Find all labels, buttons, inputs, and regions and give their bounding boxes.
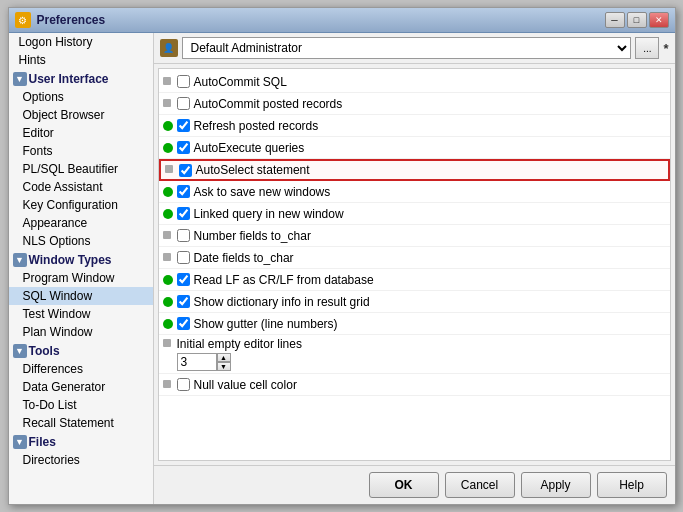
setting-label: Null value cell color: [194, 378, 666, 392]
setting-label: AutoCommit posted records: [194, 97, 666, 111]
sidebar-item-plsql-beautifier[interactable]: PL/SQL Beautifier: [9, 160, 153, 178]
checkbox-show-gutter[interactable]: [177, 317, 190, 330]
spin-up-button[interactable]: ▲: [217, 353, 231, 362]
checkbox-autoselect[interactable]: [179, 164, 192, 177]
setting-row-linked-query: Linked query in new window: [159, 203, 670, 225]
sidebar-item-logon-history[interactable]: Logon History: [9, 33, 153, 51]
indicator-icon: [163, 380, 173, 390]
sidebar-item-differences[interactable]: Differences: [9, 360, 153, 378]
title-bar: ⚙ Preferences ─ □ ✕: [9, 8, 675, 33]
close-button[interactable]: ✕: [649, 12, 669, 28]
indicator-icon: [163, 231, 173, 241]
sidebar-group-tools[interactable]: ▼ Tools: [9, 341, 153, 360]
sidebar-group-user-interface[interactable]: ▼ User Interface: [9, 69, 153, 88]
indicator-icon: [163, 297, 173, 307]
indicator-icon: [163, 253, 173, 263]
indicator-icon: [163, 209, 173, 219]
setting-row-initial-empty: Initial empty editor lines ▲ ▼: [159, 335, 670, 374]
setting-label: AutoExecute queries: [194, 141, 666, 155]
sidebar-item-hints[interactable]: Hints: [9, 51, 153, 69]
sidebar-item-test-window[interactable]: Test Window: [9, 305, 153, 323]
sidebar-group-window-types[interactable]: ▼ Window Types: [9, 250, 153, 269]
setting-row-null-value: Null value cell color: [159, 374, 670, 396]
checkbox-refresh-posted[interactable]: [177, 119, 190, 132]
sidebar-item-fonts[interactable]: Fonts: [9, 142, 153, 160]
indicator-icon: [163, 339, 173, 349]
window-icon: ⚙: [15, 12, 31, 28]
sidebar-item-object-browser[interactable]: Object Browser: [9, 106, 153, 124]
setting-row-autocommit-sql: AutoCommit SQL: [159, 71, 670, 93]
indicator-icon: [163, 319, 173, 329]
window-controls: ─ □ ✕: [605, 12, 669, 28]
checkbox-number-fields[interactable]: [177, 229, 190, 242]
profile-icon: 👤: [160, 39, 178, 57]
apply-button[interactable]: Apply: [521, 472, 591, 498]
expand-icon: ▼: [13, 253, 27, 267]
setting-row-read-lf: Read LF as CR/LF from database: [159, 269, 670, 291]
setting-row-ask-save: Ask to save new windows: [159, 181, 670, 203]
sidebar-item-recall-statement[interactable]: Recall Statement: [9, 414, 153, 432]
setting-label: Ask to save new windows: [194, 185, 666, 199]
minimize-button[interactable]: ─: [605, 12, 625, 28]
sidebar-group-label: Window Types: [29, 253, 112, 267]
checkbox-date-fields[interactable]: [177, 251, 190, 264]
profile-more-button[interactable]: ...: [635, 37, 659, 59]
ok-button[interactable]: OK: [369, 472, 439, 498]
sidebar-group-files[interactable]: ▼ Files: [9, 432, 153, 451]
spin-down-button[interactable]: ▼: [217, 362, 231, 371]
sidebar-item-program-window[interactable]: Program Window: [9, 269, 153, 287]
setting-row-autocommit-posted: AutoCommit posted records: [159, 93, 670, 115]
setting-label: Date fields to_char: [194, 251, 666, 265]
checkbox-read-lf[interactable]: [177, 273, 190, 286]
indicator-icon: [163, 121, 173, 131]
sidebar-item-appearance[interactable]: Appearance: [9, 214, 153, 232]
setting-label: Refresh posted records: [194, 119, 666, 133]
setting-label: Show gutter (line numbers): [194, 317, 666, 331]
preferences-window: ⚙ Preferences ─ □ ✕ Logon History Hints …: [8, 7, 676, 505]
sidebar-item-directories[interactable]: Directories: [9, 451, 153, 469]
setting-label: Number fields to_char: [194, 229, 666, 243]
profile-select[interactable]: Default Administrator: [182, 37, 632, 59]
sidebar-item-to-do-list[interactable]: To-Do List: [9, 396, 153, 414]
setting-label: AutoCommit SQL: [194, 75, 666, 89]
setting-label-initial-empty: Initial empty editor lines: [177, 337, 666, 351]
sidebar-item-sql-window[interactable]: SQL Window: [9, 287, 153, 305]
bottom-bar: OK Cancel Apply Help: [154, 465, 675, 504]
checkbox-ask-save[interactable]: [177, 185, 190, 198]
indicator-icon: [163, 187, 173, 197]
sidebar-item-data-generator[interactable]: Data Generator: [9, 378, 153, 396]
modified-indicator: *: [663, 41, 668, 56]
sidebar-item-code-assistant[interactable]: Code Assistant: [9, 178, 153, 196]
checkbox-autoexecute[interactable]: [177, 141, 190, 154]
setting-row-autoselect: AutoSelect statement: [159, 159, 670, 181]
setting-label: Read LF as CR/LF from database: [194, 273, 666, 287]
setting-label: AutoSelect statement: [196, 163, 664, 177]
setting-row-autoexecute: AutoExecute queries: [159, 137, 670, 159]
sidebar-item-editor[interactable]: Editor: [9, 124, 153, 142]
cancel-button[interactable]: Cancel: [445, 472, 515, 498]
setting-label: Show dictionary info in result grid: [194, 295, 666, 309]
indicator-icon: [163, 143, 173, 153]
content-area: Logon History Hints ▼ User Interface Opt…: [9, 33, 675, 504]
checkbox-linked-query[interactable]: [177, 207, 190, 220]
sidebar-group-label: Tools: [29, 344, 60, 358]
sidebar-item-plan-window[interactable]: Plan Window: [9, 323, 153, 341]
sidebar-group-label: Files: [29, 435, 56, 449]
checkbox-show-dictionary[interactable]: [177, 295, 190, 308]
setting-row-show-dictionary: Show dictionary info in result grid: [159, 291, 670, 313]
sidebar-item-key-configuration[interactable]: Key Configuration: [9, 196, 153, 214]
sidebar-item-nls-options[interactable]: NLS Options: [9, 232, 153, 250]
expand-icon: ▼: [13, 435, 27, 449]
setting-row-show-gutter: Show gutter (line numbers): [159, 313, 670, 335]
checkbox-autocommit-posted[interactable]: [177, 97, 190, 110]
indicator-icon: [163, 77, 173, 87]
help-button[interactable]: Help: [597, 472, 667, 498]
sidebar-item-options[interactable]: Options: [9, 88, 153, 106]
checkbox-null-value[interactable]: [177, 378, 190, 391]
setting-row-date-fields: Date fields to_char: [159, 247, 670, 269]
spinbox-initial-empty[interactable]: [177, 353, 217, 371]
sidebar-group-label: User Interface: [29, 72, 109, 86]
setting-row-refresh-posted: Refresh posted records: [159, 115, 670, 137]
maximize-button[interactable]: □: [627, 12, 647, 28]
checkbox-autocommit-sql[interactable]: [177, 75, 190, 88]
